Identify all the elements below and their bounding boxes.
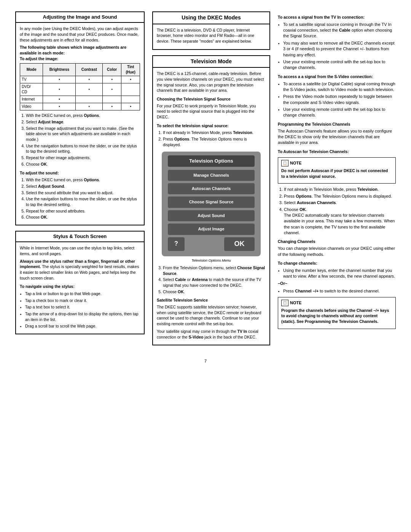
note-box-1: 📋 NOTE Do not perform Autoscan if your D… bbox=[278, 157, 396, 184]
adjusting-image-sound-section: Adjusting the Image and Sound In any mod… bbox=[15, 11, 145, 225]
programming-text: The Autoscan Channels feature allows you… bbox=[278, 128, 396, 146]
modes-table: Mode Brightness Contrast Color Tint(Hue)… bbox=[20, 63, 140, 110]
changing-channels-text: You can change television channels on yo… bbox=[278, 246, 396, 257]
adjusting-intro: In any mode (see Using the DKEC Modes), … bbox=[20, 26, 140, 43]
adjust-sound-subtitle: To adjust the sound: bbox=[20, 170, 140, 176]
tv-options-question-button: ? bbox=[168, 237, 185, 251]
note-2-title: 📋 NOTE bbox=[281, 300, 392, 306]
satellite-title: Satellite Television Service bbox=[157, 297, 266, 303]
list-item: Drag a scroll bar to scroll the Web page… bbox=[25, 323, 140, 329]
list-item: Tap a check box to mark or clear it. bbox=[25, 298, 140, 304]
stylus-touch-content: While in Internet Mode, you can use the … bbox=[16, 242, 144, 334]
using-dkec-modes-section: Using the DKEC Modes The DKEC is a telev… bbox=[152, 11, 270, 50]
page-container: Adjusting the Image and Sound In any mod… bbox=[15, 11, 396, 351]
adjust-image-steps: With the DKEC turned on, press Options. … bbox=[20, 113, 140, 167]
middle-column: Using the DKEC Modes The DKEC is a telev… bbox=[152, 11, 270, 351]
more-steps: From the Television Options menu, select… bbox=[157, 265, 266, 294]
list-item: Select the image adjustment that you wan… bbox=[26, 126, 140, 142]
col-mode: Mode bbox=[20, 64, 43, 76]
adjusting-image-sound-content: In any mode (see Using the DKEC Modes), … bbox=[16, 23, 144, 225]
or-divider: –Or– bbox=[278, 281, 396, 286]
autoscan-title: To Autoscan for Television Channels: bbox=[278, 149, 396, 155]
tv-in-list: To set a satellite signal source coming … bbox=[278, 22, 396, 71]
list-item: Choose OK. bbox=[26, 214, 140, 220]
list-item: If not already in Television Mode, press… bbox=[284, 187, 396, 192]
list-item: Select Adjust Image. bbox=[26, 119, 140, 125]
svideo-list: To access a satellite (or Digital Cable)… bbox=[278, 81, 396, 118]
tv-options-manage-channels: Manage Channels bbox=[168, 170, 255, 181]
list-item: To access a satellite (or Digital Cable)… bbox=[283, 81, 396, 93]
list-item: Use your existing remote control with th… bbox=[283, 107, 396, 118]
list-item: Choose OK. bbox=[163, 289, 266, 295]
list-item: Tap the arrow of a drop-down list to dis… bbox=[25, 311, 140, 322]
changing-channels-title: Changing Channels bbox=[278, 239, 396, 244]
list-item: Select Adjust Sound. bbox=[26, 184, 140, 189]
list-item: Press the Video mode button repeatedly t… bbox=[283, 94, 396, 105]
television-mode-content: The DKEC is a 125-channel, cable-ready t… bbox=[153, 68, 269, 345]
col-contrast: Contrast bbox=[76, 64, 103, 76]
list-item: With the DKEC turned on, press Options. bbox=[26, 177, 140, 183]
choosing-signal-title: Choosing the Television Signal Source bbox=[157, 96, 266, 102]
note-icon-1: 📋 bbox=[281, 160, 288, 166]
navigate-title: To navigate using the stylus: bbox=[20, 284, 140, 289]
select-signal-steps: If not already in Television Mode, press… bbox=[157, 130, 266, 147]
list-item: Select Autoscan Channels. bbox=[284, 200, 396, 206]
stylus-bold-text: Always use the stylus rather than a fing… bbox=[20, 259, 140, 281]
list-item: Choose OK. The DKEC automatically scans … bbox=[284, 207, 396, 236]
tv-options-footer: ? OK bbox=[168, 237, 255, 251]
list-item: Press Options. The Television Options me… bbox=[284, 193, 396, 199]
change-channels-list: Using the number keys, enter the channel… bbox=[278, 268, 396, 280]
list-item: If not already in Television Mode, press… bbox=[163, 130, 266, 136]
tv-options-menu-title: Television Options bbox=[168, 155, 255, 167]
note-box-2: 📋 NOTE Program the channels before using… bbox=[278, 297, 396, 329]
list-item: Tap a link or button to go to that Web p… bbox=[25, 291, 140, 297]
list-item: Use your existing remote control with th… bbox=[283, 59, 396, 71]
svideo-title: To access a a signal from the S-Video co… bbox=[278, 74, 396, 80]
programming-title: Programming the Television Channels bbox=[278, 121, 396, 127]
list-item: Repeat for other image adjustments. bbox=[26, 155, 140, 161]
tv-options-adjust-sound: Adjust Sound bbox=[168, 210, 255, 221]
stylus-touch-title: Stylus & Touch Screen bbox=[16, 232, 144, 242]
stylus-intro: While in Internet Mode, you can use the … bbox=[20, 245, 140, 256]
list-item: Using the number keys, enter the channel… bbox=[283, 268, 396, 280]
left-column: Adjusting the Image and Sound In any mod… bbox=[15, 11, 145, 351]
television-mode-title: Television Mode bbox=[153, 56, 269, 68]
tv-options-autoscan-channels: Autoscan Channels bbox=[168, 183, 255, 194]
list-item: From the Television Options menu, select… bbox=[163, 265, 266, 276]
tv-options-menu-graphic: Television Options Manage Channels Autos… bbox=[162, 152, 261, 256]
select-signal-title: To select the television signal source: bbox=[157, 123, 266, 129]
autoscan-steps: If not already in Television Mode, press… bbox=[278, 187, 396, 236]
tv-in-title: To access a signal from the TV In connec… bbox=[278, 14, 396, 20]
change-channels-title: To change channels: bbox=[278, 260, 396, 266]
navigate-list: Tap a link or button to go to that Web p… bbox=[20, 291, 140, 329]
list-item: Repeat for other sound attributes. bbox=[26, 208, 140, 214]
note-1-text: Do not perform Autoscan if your DKEC is … bbox=[281, 168, 392, 179]
table-row: Video • • • • bbox=[20, 103, 140, 110]
change-channels-list2: Press Channel –/+ to switch to the desir… bbox=[278, 288, 396, 294]
list-item: To set a satellite signal source coming … bbox=[283, 22, 396, 39]
page-number: 7 bbox=[15, 358, 396, 364]
using-dkec-modes-content: The DKEC is a television, DVD & CD playe… bbox=[153, 24, 269, 49]
list-item: Use the navigation buttons to move the s… bbox=[26, 143, 140, 154]
note-icon-2: 📋 bbox=[281, 300, 288, 306]
tv-options-choose-signal: Choose Signal Source bbox=[168, 197, 255, 208]
list-item: Select the sound attribute that you want… bbox=[26, 190, 140, 196]
satellite-extra: Your satellite signal may come in throug… bbox=[157, 329, 266, 340]
satellite-text: The DKEC supports satellite television s… bbox=[157, 304, 266, 327]
note-1-title: 📋 NOTE bbox=[281, 160, 392, 166]
tv-mode-intro: The DKEC is a 125-channel, cable-ready t… bbox=[157, 71, 266, 93]
list-item: Tap a text box to select it. bbox=[25, 304, 140, 310]
choosing-signal-text: For your DKEC to work properly in Televi… bbox=[157, 103, 266, 120]
using-dkec-modes-title: Using the DKEC Modes bbox=[153, 12, 269, 24]
list-item: Use the navigation buttons to move the s… bbox=[26, 196, 140, 207]
list-item: Press Channel –/+ to switch to the desir… bbox=[283, 288, 396, 294]
table-row: TV • • • • bbox=[20, 76, 140, 83]
adjusting-image-sound-title: Adjusting the Image and Sound bbox=[16, 12, 144, 23]
table-header: The following table shows which image ad… bbox=[20, 45, 140, 61]
television-mode-section: Television Mode The DKEC is a 125-channe… bbox=[152, 55, 270, 346]
tv-options-adjust-image: Adjust Image bbox=[168, 224, 255, 235]
dkec-intro: The DKEC is a television, DVD & CD playe… bbox=[157, 27, 266, 44]
stylus-touch-section: Stylus & Touch Screen While in Internet … bbox=[15, 231, 145, 334]
col-color: Color bbox=[102, 64, 121, 76]
list-item: Select Cable or Antenna to match the sou… bbox=[163, 277, 266, 288]
